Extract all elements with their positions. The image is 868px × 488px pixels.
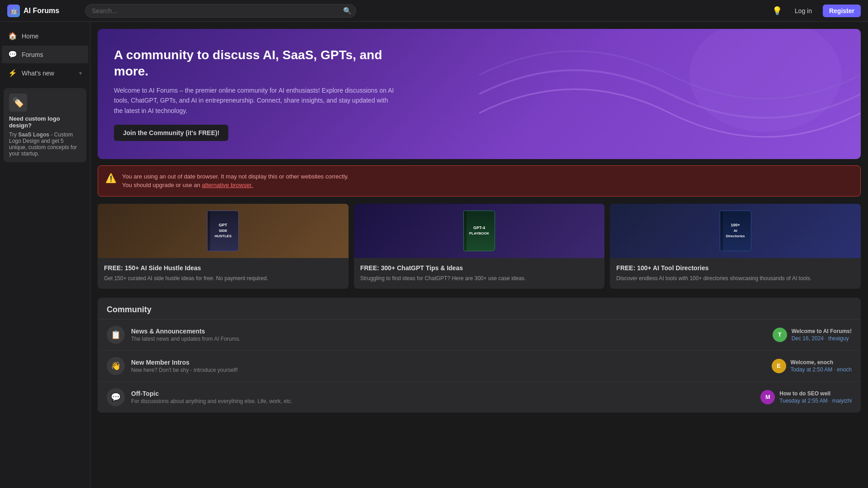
community-latest-news: T Welcome to AI Forums! Dec 16, 2024 · t…	[773, 328, 852, 342]
promo-book-ai: 100+AIDirectories	[720, 211, 751, 251]
community-header: Community	[98, 298, 861, 319]
register-button[interactable]: Register	[823, 5, 861, 17]
sidebar-item-whats-new[interactable]: ⚡ What's new ▾	[2, 64, 88, 82]
hero-banner: A community to discuss AI, SaaS, GPTs, a…	[98, 29, 861, 159]
community-icon-news: 📋	[107, 326, 125, 344]
sidebar-item-home[interactable]: 🏠 Home	[2, 27, 88, 45]
avatar-enoch: E	[772, 359, 786, 373]
promo-card-desc-side-hustle: Get 150+ curated AI side hustle ideas fo…	[104, 274, 342, 282]
latest-info-offtopic: How to do SEO well Tuesday at 2:55 AM · …	[779, 390, 852, 404]
promo-content-chatgpt: FREE: 300+ ChatGPT Tips & Ideas Struggli…	[354, 258, 605, 289]
community-row-offtopic[interactable]: 💬 Off-Topic For discussions about anythi…	[98, 382, 861, 413]
join-button[interactable]: Join the Community (it's FREE)!	[114, 125, 228, 141]
latest-date-offtopic: Tuesday at 2:55 AM	[779, 398, 827, 404]
main-content: A community to discuss AI, SaaS, GPTs, a…	[90, 22, 868, 488]
sidebar: 🏠 Home 💬 Forums ⚡ What's new ▾ 🏷️ Need c…	[0, 22, 90, 488]
promo-card-title-side-hustle: FREE: 150+ AI Side Hustle Ideas	[104, 264, 342, 272]
community-row-news[interactable]: 📋 News & Announcements The latest news a…	[98, 319, 861, 351]
promo-card-desc-chatgpt: Struggling to find ideas for ChatGPT? He…	[360, 274, 599, 282]
community-name-news: News & Announcements	[131, 328, 773, 335]
latest-title-intros: Welcome, enoch	[791, 359, 852, 366]
latest-meta-news: Dec 16, 2024 · theaiguy	[792, 335, 852, 342]
promo-card-title-chatgpt: FREE: 300+ ChatGPT Tips & Ideas	[360, 264, 599, 272]
alternative-browser-link[interactable]: alternative browser.	[202, 182, 253, 188]
latest-user-intros: enoch	[837, 366, 852, 373]
search-button[interactable]: 🔍	[343, 7, 352, 15]
community-row-intros[interactable]: 👋 New Member Intros New here? Don't be s…	[98, 351, 861, 382]
alert-text: You are using an out of date browser. It…	[122, 172, 349, 190]
hero-title: A community to discuss AI, SaaS, GPTs, a…	[114, 47, 394, 80]
promo-content-directories: FREE: 100+ AI Tool Directories Discover …	[610, 258, 861, 289]
sidebar-item-forums[interactable]: 💬 Forums	[2, 46, 88, 63]
community-latest-offtopic: M How to do SEO well Tuesday at 2:55 AM …	[760, 390, 852, 404]
ad-headline: Need custom logo design?	[9, 115, 81, 129]
promo-image-directories: 100+AIDirectories	[610, 204, 861, 258]
community-desc-news: The latest news and updates from AI Foru…	[131, 336, 773, 342]
latest-info-intros: Welcome, enoch Today at 2:50 AM · enoch	[791, 359, 852, 373]
community-info-intros: New Member Intros New here? Don't be shy…	[131, 359, 772, 373]
avatar-maiyizhi: M	[760, 390, 775, 404]
community-section: Community 📋 News & Announcements The lat…	[98, 298, 861, 413]
alert-banner: ⚠️ You are using an out of date browser.…	[98, 165, 861, 197]
sidebar-item-forums-label: Forums	[22, 51, 82, 58]
latest-date-intros: Today at 2:50 AM	[791, 366, 833, 373]
latest-meta-intros: Today at 2:50 AM · enoch	[791, 366, 852, 373]
community-name-offtopic: Off-Topic	[131, 390, 760, 397]
ad-logo-icon: 🏷️	[9, 94, 27, 112]
latest-meta-offtopic: Tuesday at 2:55 AM · maiyizhi	[779, 398, 852, 404]
ad-body: Try SaaS Logos - Custom Logo Design and …	[9, 131, 81, 157]
promo-image-side-hustle: GPTSIDEHUSTLES	[98, 204, 349, 258]
sidebar-item-home-label: Home	[22, 33, 82, 40]
hero-description: Welcome to AI Forums – the premier onlin…	[114, 85, 394, 116]
search-input[interactable]	[85, 4, 356, 18]
community-info-news: News & Announcements The latest news and…	[131, 328, 773, 342]
promo-card-side-hustle[interactable]: GPTSIDEHUSTLES FREE: 150+ AI Side Hustle…	[98, 204, 349, 289]
promo-image-chatgpt: GPT-4PLAYBOOK	[354, 204, 605, 258]
promo-book-gpt4: GPT-4PLAYBOOK	[463, 211, 495, 251]
latest-user-offtopic: maiyizhi	[832, 398, 852, 404]
latest-user-news: theaiguy	[828, 335, 849, 342]
sidebar-ad[interactable]: 🏷️ Need custom logo design? Try SaaS Log…	[4, 88, 86, 162]
search-bar: 🔍	[85, 4, 356, 18]
community-latest-intros: E Welcome, enoch Today at 2:50 AM · enoc…	[772, 359, 852, 373]
community-info-offtopic: Off-Topic For discussions about anything…	[131, 390, 760, 404]
logo[interactable]: 🤖 AI Forums	[7, 5, 80, 17]
whats-new-icon: ⚡	[8, 69, 17, 77]
promo-book-gpt: GPTSIDEHUSTLES	[207, 211, 239, 251]
logo-icon: 🤖	[7, 5, 20, 17]
topnav: 🤖 AI Forums 🔍 💡 Log in Register	[0, 0, 868, 22]
avatar-theaiguy: T	[773, 328, 787, 342]
latest-date-news: Dec 16, 2024	[792, 335, 824, 342]
app-name: AI Forums	[24, 7, 59, 15]
latest-title-news: Welcome to AI Forums!	[792, 328, 852, 334]
promo-grid: GPTSIDEHUSTLES FREE: 150+ AI Side Hustle…	[98, 204, 861, 289]
alert-icon: ⚠️	[105, 173, 117, 183]
community-desc-offtopic: For discussions about anything and every…	[131, 398, 760, 404]
chevron-down-icon: ▾	[79, 70, 82, 76]
latest-info-news: Welcome to AI Forums! Dec 16, 2024 · the…	[792, 328, 852, 342]
latest-title-offtopic: How to do SEO well	[779, 390, 852, 397]
community-icon-offtopic: 💬	[107, 388, 125, 406]
promo-card-directories[interactable]: 100+AIDirectories FREE: 100+ AI Tool Dir…	[610, 204, 861, 289]
main-layout: 🏠 Home 💬 Forums ⚡ What's new ▾ 🏷️ Need c…	[0, 22, 868, 488]
sidebar-item-whats-new-label: What's new	[22, 70, 75, 77]
promo-card-desc-directories: Discover endless AI tools with 100+ dire…	[616, 274, 854, 282]
theme-toggle-button[interactable]: 💡	[770, 4, 784, 18]
ad-brand: SaaS Logos	[18, 131, 49, 138]
forums-icon: 💬	[8, 50, 17, 59]
community-icon-intros: 👋	[107, 357, 125, 375]
promo-card-chatgpt[interactable]: GPT-4PLAYBOOK FREE: 300+ ChatGPT Tips & …	[354, 204, 605, 289]
home-icon: 🏠	[8, 32, 17, 40]
nav-actions: 💡 Log in Register	[770, 4, 861, 18]
promo-content-side-hustle: FREE: 150+ AI Side Hustle Ideas Get 150+…	[98, 258, 349, 289]
promo-card-title-directories: FREE: 100+ AI Tool Directories	[616, 264, 854, 272]
login-button[interactable]: Log in	[789, 5, 817, 17]
community-desc-intros: New here? Don't be shy - introduce yours…	[131, 367, 772, 373]
community-name-intros: New Member Intros	[131, 359, 772, 366]
